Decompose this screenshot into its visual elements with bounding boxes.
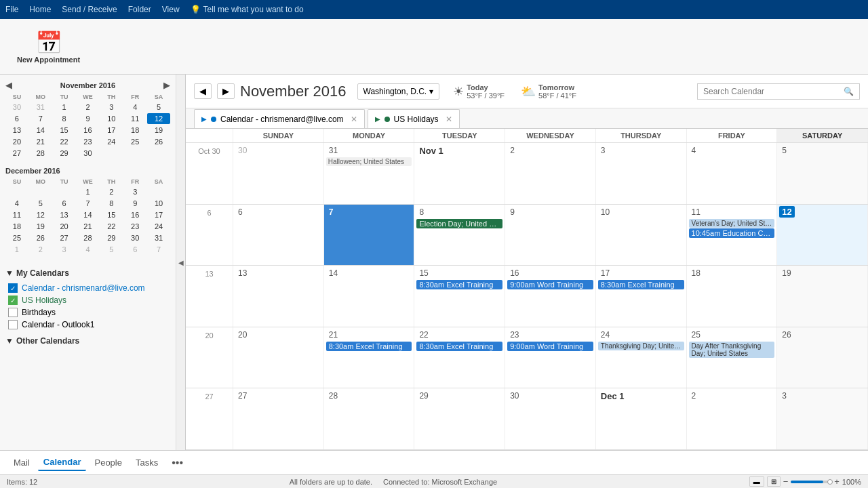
day-29[interactable]: 29 <box>414 388 505 449</box>
nav-calendar[interactable]: Calendar <box>38 454 87 471</box>
day-dec3[interactable]: 3 <box>777 388 868 449</box>
home-menu[interactable]: Home <box>29 5 51 14</box>
send-receive-menu[interactable]: Send / Receive <box>62 5 117 14</box>
day-oct31[interactable]: 31 Halloween; United States <box>324 143 415 204</box>
excel-training-21-event[interactable]: 8:30am Excel Training <box>326 342 412 351</box>
view-button-1[interactable]: ▬ <box>749 476 764 487</box>
nav-next-button[interactable]: ▶ <box>217 83 235 99</box>
search-icon[interactable]: 🔍 <box>844 87 854 96</box>
nav-mail[interactable]: Mail <box>8 455 35 470</box>
day-8[interactable]: 8 Election Day; United States <box>414 205 505 266</box>
mini-day[interactable]: 27 <box>5 148 28 159</box>
tab-us-holidays[interactable]: ▶ US Holidays ✕ <box>368 109 460 128</box>
excel-training-17-event[interactable]: 8:30am Excel Training <box>598 280 684 289</box>
mini-day[interactable]: 28 <box>29 148 52 159</box>
mini-day[interactable]: 6 <box>5 113 28 124</box>
tab2-close-button[interactable]: ✕ <box>446 115 452 124</box>
mini-day[interactable]: 22 <box>53 136 76 147</box>
zoom-plus[interactable]: + <box>834 476 840 487</box>
day-22[interactable]: 22 8:30am Excel Training <box>414 327 505 388</box>
education-coordinators-event[interactable]: 10:45am Education Coordinators Presen... <box>689 228 775 238</box>
day-16[interactable]: 16 9:00am Word Training <box>505 266 596 327</box>
halloween-event[interactable]: Halloween; United States <box>326 157 412 166</box>
day-oct30[interactable]: 30 <box>233 143 324 204</box>
day-26[interactable]: 26 <box>777 327 868 388</box>
mini-day[interactable]: 2 <box>77 102 100 113</box>
election-day-event[interactable]: Election Day; United States <box>416 219 502 228</box>
zoom-minus[interactable]: − <box>783 476 789 487</box>
day-28[interactable]: 28 <box>324 388 415 449</box>
day-nov5[interactable]: 5 <box>777 143 868 204</box>
day-17[interactable]: 17 8:30am Excel Training <box>596 266 687 327</box>
day-12[interactable]: 12 <box>777 205 868 266</box>
nav-people[interactable]: People <box>89 455 127 470</box>
mini-day[interactable]: 4 <box>123 102 146 113</box>
mini-day[interactable]: 7 <box>29 113 52 124</box>
word-training-23-event[interactable]: 9:00am Word Training <box>507 342 593 351</box>
mini-day[interactable]: 21 <box>29 136 52 147</box>
mini-day[interactable]: 13 <box>5 125 28 136</box>
excel-training-22-event[interactable]: 8:30am Excel Training <box>416 342 502 351</box>
mini-day[interactable]: 9 <box>77 113 100 124</box>
mini-day[interactable]: 23 <box>77 136 100 147</box>
mini-day[interactable]: 18 <box>123 125 146 136</box>
folder-menu[interactable]: Folder <box>128 5 151 14</box>
mini-cal-next-button[interactable]: ▶ <box>163 80 170 90</box>
calendar-chrismenard-item[interactable]: Calendar - chrismenard@live.com <box>5 282 170 294</box>
tab1-close-button[interactable]: ✕ <box>351 115 357 124</box>
calendar-outlook1-checkbox[interactable] <box>8 320 18 329</box>
birthdays-checkbox[interactable] <box>8 308 18 317</box>
us-holidays-item[interactable]: US Holidays <box>5 294 170 306</box>
day-21[interactable]: 21 8:30am Excel Training <box>324 327 415 388</box>
day-after-thanksgiving-event[interactable]: Day After Thanksgiving Day; United State… <box>689 342 775 358</box>
day-15[interactable]: 15 8:30am Excel Training <box>414 266 505 327</box>
day-14[interactable]: 14 <box>324 266 415 327</box>
day-nov1[interactable]: Nov 1 <box>414 143 505 204</box>
mini-day[interactable]: 26 <box>147 136 170 147</box>
day-30[interactable]: 30 <box>505 388 596 449</box>
word-training-16-event[interactable]: 9:00am Word Training <box>507 280 593 289</box>
day-dec2[interactable]: 2 <box>687 388 778 449</box>
day-nov3[interactable]: 3 <box>596 143 687 204</box>
day-6[interactable]: 6 <box>233 205 324 266</box>
day-19[interactable]: 19 <box>777 266 868 327</box>
us-holidays-checkbox[interactable] <box>8 296 18 305</box>
mini-day[interactable]: 11 <box>123 113 146 124</box>
my-calendars-header[interactable]: ▼ My Calendars <box>5 268 170 278</box>
calendar-outlook1-item[interactable]: Calendar - Outlook1 <box>5 319 170 331</box>
mini-day[interactable]: 14 <box>29 125 52 136</box>
calendar-chrismenard-checkbox[interactable] <box>8 283 18 293</box>
veterans-day-event[interactable]: Veteran's Day; United States <box>689 219 775 228</box>
day-20[interactable]: 20 <box>233 327 324 388</box>
mini-day[interactable]: 30 <box>77 148 100 159</box>
mini-day[interactable]: 8 <box>53 113 76 124</box>
nav-more-button[interactable]: ••• <box>166 454 189 472</box>
new-appointment-button[interactable]: 📅 New Appointment <box>8 25 89 68</box>
nav-tasks[interactable]: Tasks <box>130 455 163 470</box>
sidebar-collapse-button[interactable]: ◀ <box>176 75 186 450</box>
mini-day[interactable]: 17 <box>100 125 123 136</box>
day-13[interactable]: 13 <box>233 266 324 327</box>
tab-calendar-chrismenard[interactable]: ▶ Calendar - chrismenard@live.com ✕ <box>194 109 365 128</box>
day-25[interactable]: 25 Day After Thanksgiving Day; United St… <box>687 327 778 388</box>
day-10[interactable]: 10 <box>596 205 687 266</box>
excel-training-15-event[interactable]: 8:30am Excel Training <box>416 280 502 289</box>
day-7[interactable]: 7 <box>324 205 415 266</box>
mini-day[interactable]: 20 <box>5 136 28 147</box>
mini-day[interactable]: 25 <box>123 136 146 147</box>
mini-day-today[interactable]: 12 <box>147 113 170 124</box>
day-18[interactable]: 18 <box>687 266 778 327</box>
mini-day[interactable]: 1 <box>53 102 76 113</box>
day-11[interactable]: 11 Veteran's Day; United States 10:45am … <box>687 205 778 266</box>
mini-day[interactable]: 31 <box>29 102 52 113</box>
day-nov4[interactable]: 4 <box>687 143 778 204</box>
location-button[interactable]: Washington, D.C. ▾ <box>357 83 440 100</box>
mini-day[interactable]: 10 <box>100 113 123 124</box>
mini-day[interactable]: 30 <box>5 102 28 113</box>
tell-me-bar[interactable]: 💡 Tell me what you want to do <box>191 5 304 14</box>
thanksgiving-event[interactable]: Thanksgiving Day; United States <box>598 342 684 350</box>
day-23[interactable]: 23 9:00am Word Training <box>505 327 596 388</box>
day-9[interactable]: 9 <box>505 205 596 266</box>
nav-prev-button[interactable]: ◀ <box>194 83 212 99</box>
mini-day[interactable]: 16 <box>77 125 100 136</box>
